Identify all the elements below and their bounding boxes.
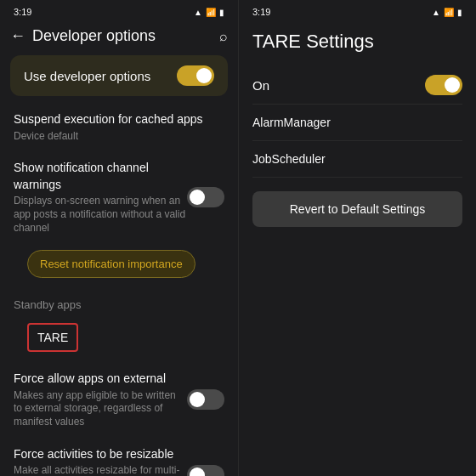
tare-container: TARE [0,314,238,362]
status-icons-right: ▲ 📶 ▮ [432,8,462,17]
time-left: 3:19 [14,7,31,17]
status-bar-left: 3:19 ▲ 📶 ▮ [0,0,238,24]
battery-icon-left: ▮ [219,8,224,17]
alarm-manager-label: AlarmManager [252,116,331,129]
notification-toggle[interactable] [187,187,224,207]
back-button[interactable]: ← [10,27,26,45]
job-scheduler-item[interactable]: JobScheduler [239,141,476,177]
reset-btn-container: Reset notification importance [0,243,238,292]
toggle-thumb [196,68,212,83]
tare-settings-title: TARE Settings [239,24,476,66]
status-bar-right: 3:19 ▲ 📶 ▮ [239,0,476,24]
scroll-content: Suspend execution for cached apps Device… [0,103,238,476]
dev-options-label: Use developer options [24,69,150,83]
notification-subtitle: Displays on-screen warning when an app p… [14,195,187,235]
revert-button[interactable]: Revert to Default Settings [252,191,462,227]
force-external-title: Force allow apps on external [14,371,187,388]
page-title: Developer options [32,27,212,45]
wifi-icon-left: 📶 [206,8,216,17]
on-label: On [252,78,269,93]
force-resizable-title: Force activities to be resizable [14,446,187,463]
revert-btn-label: Revert to Default Settings [290,202,426,216]
alarm-manager-item[interactable]: AlarmManager [239,105,476,140]
force-resizable-subtitle: Make all activities resizable for multi-… [14,464,187,476]
job-scheduler-label: JobScheduler [252,152,326,166]
on-setting-row[interactable]: On [239,66,476,104]
suspend-subtitle: Device default [14,130,224,144]
force-external-toggle[interactable] [187,389,224,410]
suspend-title: Suspend execution for cached apps [14,111,224,128]
force-external-setting[interactable]: Force allow apps on external Makes any a… [0,362,238,437]
tare-item[interactable]: TARE [27,323,78,352]
search-icon[interactable]: ⌕ [219,29,228,44]
battery-icon-right: ▮ [457,8,462,17]
signal-icon-right: ▲ [432,8,440,17]
status-icons-left: ▲ 📶 ▮ [194,8,224,17]
developer-options-card: Use developer options [10,55,228,96]
notification-setting[interactable]: Show notification channel warnings Displ… [0,151,238,243]
signal-icon-left: ▲ [194,8,202,17]
force-external-text: Force allow apps on external Makes any a… [14,371,187,428]
wifi-icon-right: 📶 [444,8,454,17]
force-resizable-text: Force activities to be resizable Make al… [14,446,187,476]
reset-notification-button[interactable]: Reset notification importance [27,250,196,278]
top-bar: ← Developer options ⌕ [0,24,238,52]
time-right: 3:19 [252,7,270,17]
suspend-setting[interactable]: Suspend execution for cached apps Device… [0,103,238,151]
tare-label: TARE [37,331,68,344]
standby-section-header: Standby apps [0,292,238,314]
divider-3 [252,177,462,178]
left-panel: 3:19 ▲ 📶 ▮ ← Developer options ⌕ Use dev… [0,0,238,476]
force-resizable-setting[interactable]: Force activities to be resizable Make al… [0,438,238,476]
force-external-subtitle: Makes any app eligible to be written to … [14,389,187,429]
force-resizable-toggle[interactable] [187,465,224,476]
notification-text: Show notification channel warnings Displ… [14,160,187,235]
notification-title: Show notification channel warnings [14,160,187,193]
dev-options-toggle[interactable] [177,65,214,86]
right-panel: 3:19 ▲ 📶 ▮ TARE Settings On AlarmManager… [238,0,476,476]
on-toggle[interactable] [425,75,462,95]
